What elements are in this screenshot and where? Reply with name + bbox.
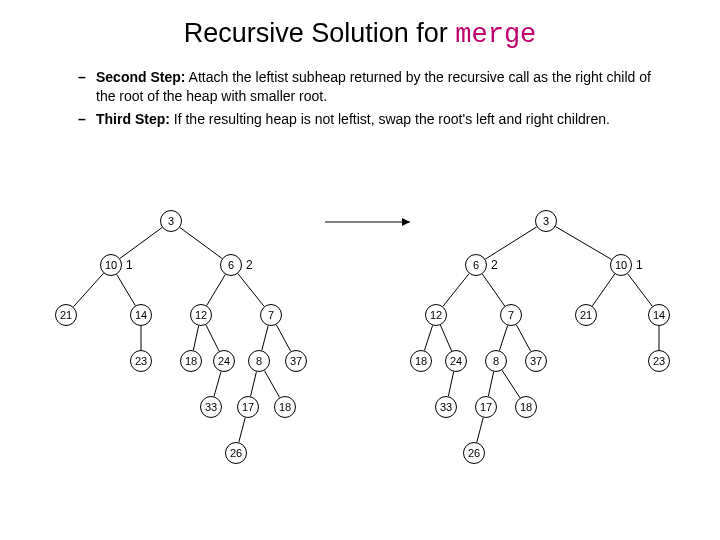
tree-node: 24 [445,350,467,372]
tree-node: 18 [410,350,432,372]
tree-node: 33 [200,396,222,418]
bullet-text: Second Step: Attach the leftist subheap … [96,68,660,106]
tree-node: 21 [55,304,77,326]
npl-label: 1 [126,258,133,272]
tree-node: 37 [285,350,307,372]
title-prefix: Recursive Solution for [184,18,456,48]
tree-node: 26 [225,442,247,464]
bullet-row: – Second Step: Attach the leftist subhea… [78,68,660,106]
npl-label: 1 [636,258,643,272]
tree-node: 12 [425,304,447,326]
tree-node: 6 [220,254,242,276]
tree-node: 18 [180,350,202,372]
npl-label: 2 [491,258,498,272]
tree-node: 17 [475,396,497,418]
bullet-list: – Second Step: Attach the leftist subhea… [0,50,720,129]
tree-node: 7 [260,304,282,326]
tree-node: 21 [575,304,597,326]
tree-node: 6 [465,254,487,276]
bullet-dash: – [78,68,96,106]
title-mono: merge [455,20,536,50]
tree-node: 3 [535,210,557,232]
diagram-stage: 3101622114127231824837331718263621011272… [0,210,720,540]
tree-node: 8 [248,350,270,372]
tree-node: 37 [525,350,547,372]
tree-node: 18 [515,396,537,418]
tree-node: 24 [213,350,235,372]
page-title: Recursive Solution for merge [0,0,720,50]
tree-node: 23 [648,350,670,372]
tree-node: 12 [190,304,212,326]
svg-marker-31 [402,218,410,226]
bullet-text: Third Step: If the resulting heap is not… [96,110,610,129]
tree-node: 23 [130,350,152,372]
bullet-row: – Third Step: If the resulting heap is n… [78,110,660,129]
tree-node: 10 [100,254,122,276]
tree-node: 8 [485,350,507,372]
tree-node: 3 [160,210,182,232]
tree-node: 17 [237,396,259,418]
tree-node: 14 [648,304,670,326]
tree-node: 18 [274,396,296,418]
tree-node: 26 [463,442,485,464]
npl-label: 2 [246,258,253,272]
tree-node: 10 [610,254,632,276]
tree-node: 14 [130,304,152,326]
bullet-dash: – [78,110,96,129]
tree-node: 7 [500,304,522,326]
tree-node: 33 [435,396,457,418]
